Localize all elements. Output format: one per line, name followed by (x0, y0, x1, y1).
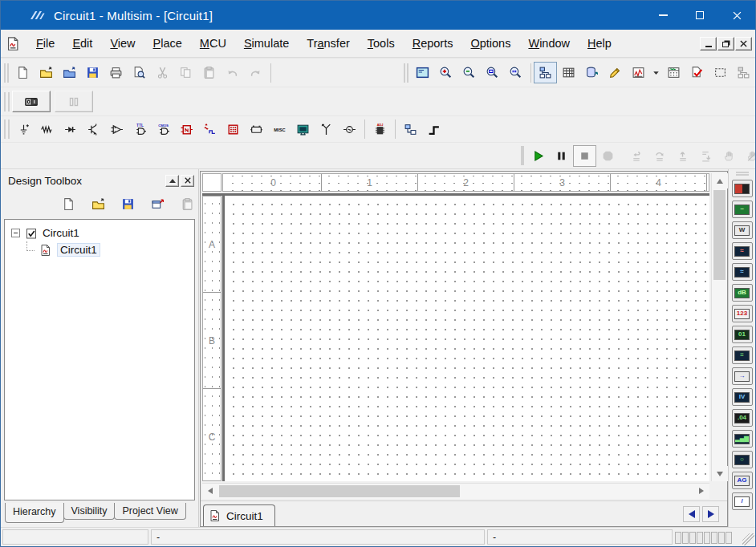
toolbox-close-sheet-button[interactable] (148, 194, 167, 213)
maximize-button[interactable] (681, 1, 718, 30)
scroll-right-button[interactable] (693, 484, 709, 498)
menu-view[interactable]: View (101, 34, 144, 53)
place-misc-digital-button[interactable] (175, 119, 198, 140)
place-power-button[interactable] (245, 119, 268, 140)
place-source-button[interactable] (12, 119, 35, 140)
panel-close-button[interactable] (181, 175, 194, 187)
toggle-breakpoint-button[interactable] (717, 145, 741, 167)
pause-switch-button[interactable] (55, 91, 93, 112)
menu-edit[interactable]: Edit (63, 34, 101, 53)
place-electromechanical-button[interactable] (338, 119, 361, 140)
panel-collapse-button[interactable] (165, 175, 179, 187)
menu-simulate[interactable]: Simulate (235, 34, 298, 53)
tree-collapse-icon[interactable] (11, 229, 20, 237)
toolbar-grip[interactable] (521, 146, 524, 165)
distortion-analyzer-button[interactable]: .04 (732, 409, 753, 427)
toolbar-grip[interactable] (4, 92, 10, 111)
open-button[interactable] (35, 62, 58, 83)
menu-reports[interactable]: Reports (404, 34, 462, 53)
database-manager-button[interactable] (580, 62, 604, 83)
place-advanced-peripherals-button[interactable] (291, 119, 315, 140)
tree-root-label[interactable]: Circuit1 (43, 227, 79, 239)
scroll-tabs-left-button[interactable] (683, 506, 700, 522)
schematic-sheet[interactable] (225, 196, 709, 481)
cut-button[interactable] (151, 62, 174, 83)
resize-grip[interactable] (742, 533, 754, 545)
close-button[interactable] (718, 1, 755, 30)
iv-analyzer-button[interactable]: IV (732, 388, 753, 406)
tree-child-row[interactable]: Circuit1 (5, 241, 194, 258)
agilent-function-generator-button[interactable]: AG (732, 472, 753, 489)
horizontal-scrollbar[interactable] (202, 483, 709, 499)
copy-button[interactable] (174, 62, 197, 83)
zoom-full-scale-button[interactable] (504, 62, 527, 83)
tree-root-row[interactable]: Circuit1 (5, 225, 194, 241)
measurement-probe-button[interactable]: / (732, 492, 753, 510)
create-component-wizard-button[interactable] (604, 62, 627, 83)
toolbar-grip[interactable] (4, 63, 9, 83)
mdi-minimize-button[interactable] (700, 37, 717, 51)
mdi-close-button[interactable] (735, 37, 752, 51)
print-button[interactable] (104, 62, 128, 83)
vertical-scroll-thumb[interactable] (713, 190, 726, 280)
toolbox-open-button[interactable] (88, 194, 108, 213)
menu-transfer[interactable]: Transfer (298, 34, 358, 53)
tab-hierarchy[interactable]: Hierarchy (5, 503, 64, 523)
step-over-button[interactable] (648, 145, 671, 167)
postprocessor-button[interactable] (662, 62, 685, 83)
grapher-menu-caret[interactable] (650, 62, 662, 83)
vertical-scrollbar[interactable] (711, 173, 727, 481)
place-indicator-button[interactable] (222, 119, 245, 140)
menu-tools[interactable]: Tools (359, 34, 404, 53)
zoom-in-button[interactable] (434, 62, 457, 83)
toolbox-options-button[interactable] (177, 194, 197, 213)
menu-window[interactable]: Window (519, 34, 579, 53)
place-basic-button[interactable] (35, 119, 59, 140)
stop-sign-button[interactable] (596, 145, 620, 167)
place-mixed-button[interactable] (198, 119, 222, 140)
multimeter-button[interactable] (732, 180, 753, 197)
print-preview-button[interactable] (128, 62, 151, 83)
paste-button[interactable] (197, 62, 221, 83)
place-hierarchical-block-button[interactable] (399, 119, 422, 140)
word-generator-button[interactable]: 01 (732, 326, 753, 343)
grapher-button[interactable] (627, 62, 650, 83)
step-into-button[interactable] (624, 145, 648, 167)
hierarchy-button[interactable] (732, 62, 755, 83)
horizontal-scroll-thumb[interactable] (219, 485, 460, 497)
menu-help[interactable]: Help (579, 34, 620, 53)
minimize-button[interactable] (644, 1, 681, 30)
undo-button[interactable] (221, 62, 244, 83)
full-screen-button[interactable] (411, 62, 434, 83)
toolbar-grip[interactable] (4, 120, 10, 139)
oscilloscope-button[interactable]: ≈ (732, 242, 753, 260)
tab-visibility[interactable]: Visibility (63, 503, 116, 520)
bode-plotter-button[interactable]: dB (732, 284, 753, 302)
capture-screen-area-button[interactable] (709, 62, 732, 83)
menu-mcu[interactable]: MCU (191, 34, 235, 53)
scroll-left-button[interactable] (202, 484, 218, 498)
place-cmos-button[interactable] (152, 119, 175, 140)
run-to-cursor-button[interactable] (694, 145, 717, 167)
place-ttl-button[interactable] (128, 119, 152, 140)
step-out-button[interactable] (671, 145, 694, 167)
run-stop-switch-button[interactable] (12, 91, 51, 112)
place-misc-button[interactable] (268, 119, 291, 140)
spreadsheet-view-button[interactable] (557, 62, 580, 83)
mdi-restore-button[interactable] (717, 37, 734, 51)
menu-file[interactable]: File (27, 34, 63, 53)
scroll-tabs-right-button[interactable] (702, 506, 719, 522)
run-simulation-button[interactable] (526, 145, 550, 167)
stop-simulation-button[interactable] (573, 145, 596, 167)
place-diode-button[interactable] (59, 119, 82, 140)
toolbox-new-button[interactable] (59, 194, 78, 213)
toolbar-grip[interactable] (404, 63, 408, 83)
function-generator-button[interactable]: ~ (732, 201, 753, 218)
menu-place[interactable]: Place (144, 34, 191, 53)
design-toolbox-toggle-button[interactable] (534, 62, 557, 83)
pause-simulation-button[interactable] (550, 145, 573, 167)
place-transistor-button[interactable] (82, 119, 105, 140)
place-mcu-button[interactable] (368, 119, 392, 140)
save-button[interactable] (81, 62, 104, 83)
logic-converter-button[interactable]: → (732, 367, 753, 385)
